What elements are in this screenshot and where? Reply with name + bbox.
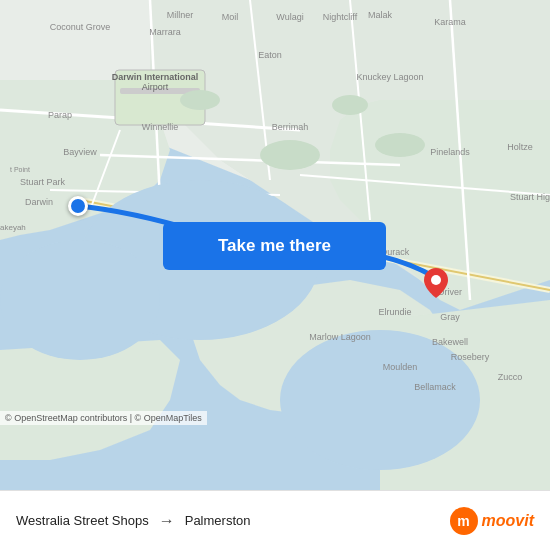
svg-text:Zucco: Zucco bbox=[498, 372, 523, 382]
moovit-text: moovit bbox=[482, 512, 534, 530]
svg-text:Millner: Millner bbox=[167, 10, 194, 20]
svg-text:Bellamack: Bellamack bbox=[414, 382, 456, 392]
svg-text:Airport: Airport bbox=[142, 82, 169, 92]
map-container: Wulagi Malak Karama Millner Moil Nightcl… bbox=[0, 0, 550, 490]
svg-text:Karama: Karama bbox=[434, 17, 466, 27]
svg-text:Knuckey Lagoon: Knuckey Lagoon bbox=[356, 72, 423, 82]
moovit-icon: m bbox=[450, 507, 478, 535]
svg-point-27 bbox=[0, 240, 160, 360]
svg-text:Stuart Hig: Stuart Hig bbox=[510, 192, 550, 202]
svg-text:Holtze: Holtze bbox=[507, 142, 533, 152]
svg-text:Winnellie: Winnellie bbox=[142, 122, 179, 132]
svg-text:Darwin International: Darwin International bbox=[112, 72, 199, 82]
svg-point-25 bbox=[332, 95, 368, 115]
svg-text:Bayview: Bayview bbox=[63, 147, 97, 157]
svg-text:Nightcliff: Nightcliff bbox=[323, 12, 358, 22]
origin-label: Westralia Street Shops bbox=[16, 513, 149, 528]
svg-text:Stuart Park: Stuart Park bbox=[20, 177, 66, 187]
svg-text:Parap: Parap bbox=[48, 110, 72, 120]
svg-point-24 bbox=[180, 90, 220, 110]
svg-text:Elrundie: Elrundie bbox=[378, 307, 411, 317]
svg-point-62 bbox=[431, 275, 441, 285]
svg-text:Gray: Gray bbox=[440, 312, 460, 322]
svg-text:Marrara: Marrara bbox=[149, 27, 181, 37]
svg-point-28 bbox=[280, 330, 480, 470]
svg-point-22 bbox=[260, 140, 320, 170]
destination-label: Palmerston bbox=[185, 513, 251, 528]
svg-text:Malak: Malak bbox=[368, 10, 393, 20]
svg-text:Darwin: Darwin bbox=[25, 197, 53, 207]
svg-text:Moulden: Moulden bbox=[383, 362, 418, 372]
svg-text:Bakewell: Bakewell bbox=[432, 337, 468, 347]
svg-text:Rosebery: Rosebery bbox=[451, 352, 490, 362]
route-info: Westralia Street Shops → Palmerston bbox=[16, 512, 450, 530]
bottom-bar: Westralia Street Shops → Palmerston m mo… bbox=[0, 490, 550, 550]
svg-text:Berrimah: Berrimah bbox=[272, 122, 309, 132]
destination-marker bbox=[424, 268, 448, 298]
svg-text:t Point: t Point bbox=[10, 166, 30, 173]
svg-text:Pinelands: Pinelands bbox=[430, 147, 470, 157]
origin-marker bbox=[68, 196, 88, 216]
route-arrow-icon: → bbox=[159, 512, 175, 530]
svg-text:Coconut Grove: Coconut Grove bbox=[50, 22, 111, 32]
take-me-there-button[interactable]: Take me there bbox=[163, 222, 386, 270]
moovit-logo: m moovit bbox=[450, 507, 534, 535]
svg-point-23 bbox=[375, 133, 425, 157]
svg-text:Moil: Moil bbox=[222, 12, 239, 22]
svg-text:Wulagi: Wulagi bbox=[276, 12, 303, 22]
svg-text:akeyah: akeyah bbox=[0, 223, 26, 232]
svg-text:Eaton: Eaton bbox=[258, 50, 282, 60]
map-attribution: © OpenStreetMap contributors | © OpenMap… bbox=[0, 411, 207, 425]
svg-text:Marlow Lagoon: Marlow Lagoon bbox=[309, 332, 371, 342]
